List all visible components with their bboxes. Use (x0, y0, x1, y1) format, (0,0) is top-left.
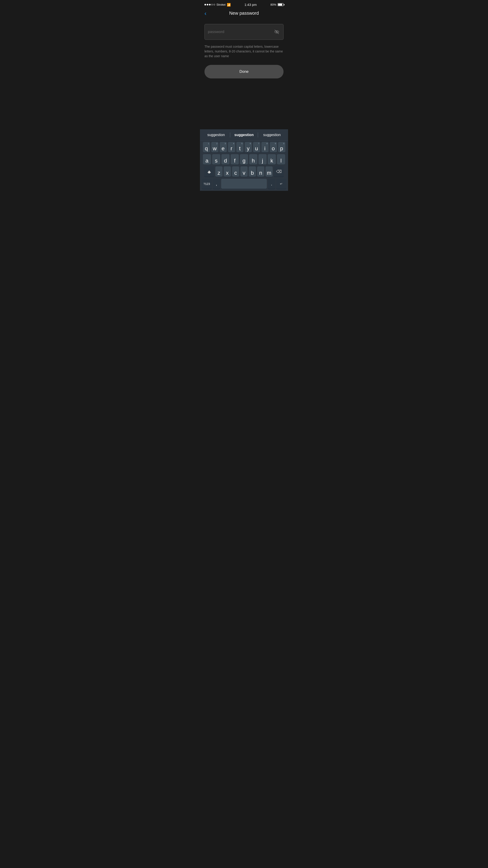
status-left: Strokei 📶 (204, 3, 231, 6)
password-field-wrapper[interactable] (204, 24, 284, 40)
shift-icon (207, 170, 211, 173)
wifi-icon: 📶 (227, 3, 231, 6)
keyboard: 1 q 2 w 3 e 4 r 5 t 6 y (200, 141, 288, 191)
keyboard-bottom-row: ?123 , . ↵ (201, 179, 287, 190)
key-j[interactable]: j (258, 154, 267, 164)
key-row-3: z x c v b n m ⌫ (201, 166, 287, 177)
battery-bar (278, 3, 284, 6)
key-x[interactable]: x (224, 166, 231, 177)
status-bar: Strokei 📶 1:43 pm 80% (200, 0, 288, 8)
key-u[interactable]: 7 u (253, 142, 260, 152)
carrier-label: Strokei (217, 3, 225, 6)
key-e[interactable]: 3 e (220, 142, 227, 152)
key-h[interactable]: h (249, 154, 257, 164)
signal-dot-5 (214, 4, 215, 5)
key-k[interactable]: k (268, 154, 276, 164)
nav-header: ‹ New password (200, 8, 288, 20)
keyboard-area: suggestion suggestion suggestion 1 q 2 w… (200, 129, 288, 191)
comma-key[interactable]: , (213, 179, 220, 189)
key-g[interactable]: g (240, 154, 248, 164)
toggle-password-visibility-button[interactable] (273, 29, 280, 35)
key-l[interactable]: l (277, 154, 285, 164)
key-d[interactable]: d (221, 154, 230, 164)
status-time: 1:43 pm (245, 3, 257, 6)
battery-fill (278, 4, 282, 6)
shift-key[interactable] (204, 166, 214, 177)
space-key[interactable] (221, 179, 267, 189)
key-o[interactable]: 9 o (270, 142, 277, 152)
key-m[interactable]: m (265, 166, 273, 177)
done-button[interactable]: Done (204, 65, 284, 79)
status-right: 80% (270, 3, 284, 6)
delete-key[interactable]: ⌫ (274, 166, 284, 177)
key-t[interactable]: 5 t (236, 142, 243, 152)
suggestion-center[interactable]: suggestion (230, 131, 258, 139)
key-n[interactable]: n (257, 166, 264, 177)
key-row-2: a s d f g h j k l (201, 154, 287, 164)
signal-dot-4 (211, 4, 213, 5)
period-key[interactable]: . (268, 179, 275, 189)
key-w[interactable]: 2 w (211, 142, 219, 152)
key-s[interactable]: s (212, 154, 220, 164)
main-content: The password must contain capital letter… (200, 20, 288, 129)
symbols-key[interactable]: ?123 (202, 179, 212, 189)
signal-dot-3 (209, 4, 210, 5)
key-b[interactable]: b (249, 166, 256, 177)
key-z[interactable]: z (215, 166, 223, 177)
signal-dot-1 (204, 4, 206, 5)
suggestions-bar: suggestion suggestion suggestion (200, 129, 288, 141)
battery-percent: 80% (270, 3, 276, 6)
page-title: New password (229, 11, 259, 16)
password-hint: The password must contain capital letter… (204, 44, 284, 59)
svg-line-2 (275, 30, 279, 34)
key-q[interactable]: 1 q (203, 142, 210, 152)
key-f[interactable]: f (231, 154, 239, 164)
battery-icon (278, 3, 284, 6)
password-input[interactable] (208, 30, 273, 34)
suggestion-right[interactable]: suggestion (258, 131, 286, 139)
back-button[interactable]: ‹ (204, 10, 206, 16)
signal-dots (204, 4, 215, 5)
delete-icon: ⌫ (276, 169, 282, 174)
suggestion-left[interactable]: suggestion (202, 131, 230, 139)
key-i[interactable]: 8 i (261, 142, 269, 152)
return-icon: ↵ (280, 182, 283, 186)
key-v[interactable]: v (240, 166, 248, 177)
key-a[interactable]: a (203, 154, 211, 164)
key-c[interactable]: c (232, 166, 239, 177)
key-row-1: 1 q 2 w 3 e 4 r 5 t 6 y (201, 142, 287, 152)
key-y[interactable]: 6 y (245, 142, 252, 152)
return-key[interactable]: ↵ (276, 179, 286, 189)
key-r[interactable]: 4 r (228, 142, 235, 152)
key-p[interactable]: 0 p (278, 142, 285, 152)
signal-dot-2 (207, 4, 208, 5)
